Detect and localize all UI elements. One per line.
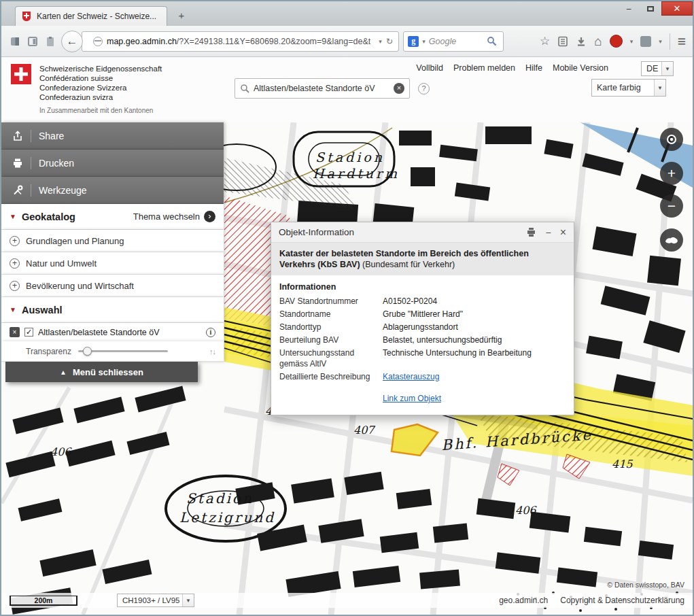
adblock-caret-icon[interactable]: ▾ bbox=[630, 38, 634, 45]
search-icon bbox=[240, 84, 249, 93]
logo-line-1: Schweizerische Eidgenossenschaft bbox=[39, 64, 162, 73]
minimize-button[interactable]: – bbox=[618, 1, 640, 16]
close-button[interactable]: ✕ bbox=[661, 1, 693, 16]
expand-plus-icon[interactable]: + bbox=[10, 281, 20, 291]
zoom-to-extent-button[interactable] bbox=[660, 228, 683, 252]
addon-caret-icon[interactable]: ▾ bbox=[659, 38, 662, 45]
catalog-item-natur[interactable]: + Natur und Umwelt bbox=[1, 252, 224, 275]
url-bar[interactable]: map.geo.admin.ch/?X=249138.11&Y=680698.2… bbox=[82, 31, 399, 52]
geokatalog-expand-icon[interactable]: ▼ bbox=[10, 213, 16, 220]
geoadmin-link[interactable]: geo.admin.ch bbox=[499, 596, 548, 605]
map-search-field[interactable]: × bbox=[235, 78, 410, 99]
url-dropdown-icon[interactable]: ▾ bbox=[379, 38, 382, 45]
katasterauszug-link[interactable]: Katasterauszug bbox=[383, 371, 439, 382]
menu-icon[interactable]: ≡ bbox=[678, 33, 686, 50]
language-select[interactable]: DE ▼ bbox=[641, 61, 674, 76]
extension-icon-3[interactable] bbox=[44, 35, 57, 48]
link-vollbild[interactable]: Vollbild bbox=[416, 63, 443, 73]
clipboard-icon bbox=[45, 36, 56, 47]
popup-minimize-icon[interactable]: − bbox=[545, 227, 551, 238]
map-attribution[interactable]: © Daten swisstopo, BAV bbox=[607, 581, 684, 589]
sidebar-item-drucken[interactable]: Drucken bbox=[1, 150, 224, 177]
zoom-out-button[interactable]: − bbox=[660, 194, 683, 218]
link-problem-melden[interactable]: Problem melden bbox=[453, 63, 515, 73]
logo-line-4: Confederaziun svizra bbox=[39, 92, 162, 102]
projection-caret-icon: ▼ bbox=[182, 594, 194, 606]
map-label-406-right: 406 bbox=[515, 504, 537, 517]
search-go-icon[interactable] bbox=[487, 36, 497, 46]
zoom-in-button[interactable]: + bbox=[660, 162, 683, 185]
change-theme-link[interactable]: Thema wechseln › bbox=[133, 211, 215, 222]
projection-value: CH1903+ / LV95 bbox=[122, 596, 180, 604]
popup-section-title: Informationen bbox=[279, 282, 566, 292]
share-label: Share bbox=[39, 131, 64, 141]
home-icon[interactable]: ⌂ bbox=[594, 34, 602, 49]
reload-icon[interactable]: ↻ bbox=[386, 36, 393, 46]
maximize-button[interactable] bbox=[640, 1, 661, 16]
map-label-hardturm-1: Stadion bbox=[315, 150, 385, 165]
info-value: Grube "Mittlerer Hard" bbox=[383, 309, 463, 320]
titlebar[interactable]: Karten der Schweiz - Schweize... + – ✕ bbox=[1, 1, 693, 26]
sidebar-item-share[interactable]: Share bbox=[1, 122, 224, 150]
downloads-icon[interactable] bbox=[576, 36, 587, 47]
catalog-item-bevoelkerung[interactable]: + Bevölkerung und Wirtschaft bbox=[1, 275, 224, 297]
logo-block: Schweizerische Eidgenossenschaft Confédé… bbox=[11, 64, 162, 114]
clear-search-icon[interactable]: × bbox=[394, 83, 404, 94]
popup-close-icon[interactable]: × bbox=[560, 226, 566, 239]
projection-select[interactable]: CH1903+ / LV95 ▼ bbox=[117, 594, 194, 607]
navigation-toolbar: ← map.geo.admin.ch/?X=249138.11&Y=680698… bbox=[1, 26, 693, 57]
geokatalog-header[interactable]: ▼ Geokatalog Thema wechseln › bbox=[1, 204, 224, 230]
link-hilfe[interactable]: Hilfe bbox=[525, 63, 542, 73]
info-label: Beurteilung BAV bbox=[279, 335, 383, 345]
change-theme-arrow-icon: › bbox=[204, 211, 215, 222]
popup-print-icon[interactable] bbox=[526, 227, 536, 237]
map-label-letzigrund-1: Stadion bbox=[186, 490, 254, 507]
layer-info-icon[interactable]: i bbox=[206, 328, 215, 337]
sidebar-item-werkzeuge[interactable]: Werkzeuge bbox=[1, 177, 224, 204]
browser-tab[interactable]: Karten der Schweiz - Schweize... bbox=[15, 6, 167, 26]
catalog-item-grundlagen[interactable]: + Grundlagen und Planung bbox=[1, 230, 224, 252]
map-label-407: 407 bbox=[353, 424, 375, 437]
back-button[interactable]: ← bbox=[61, 31, 83, 52]
transparency-label: Transparenz bbox=[26, 347, 71, 356]
popup-header[interactable]: Objekt-Information − × bbox=[271, 222, 574, 243]
info-value: Technische Untersuchung in Bearbeitung bbox=[383, 347, 532, 369]
werkzeuge-label: Werkzeuge bbox=[39, 185, 87, 196]
map-search-input[interactable] bbox=[254, 84, 389, 93]
popup-source-banner: Kataster der belasteten Standorte im Ber… bbox=[271, 243, 574, 275]
bookmark-star-icon[interactable]: ☆ bbox=[540, 34, 550, 48]
search-engine-caret-icon[interactable]: ▾ bbox=[422, 38, 426, 45]
cooperation-note: In Zusammenarbeit mit den Kantonen bbox=[39, 107, 162, 114]
remove-layer-icon[interactable]: × bbox=[10, 327, 20, 337]
copyright-link[interactable]: Copyright & Datenschutzerklärung bbox=[560, 596, 684, 605]
new-tab-button[interactable]: + bbox=[173, 10, 190, 22]
search-help-icon[interactable]: ? bbox=[418, 83, 430, 95]
geolocate-button[interactable] bbox=[660, 128, 683, 151]
extension-icon-2[interactable] bbox=[26, 35, 39, 48]
browser-search-input[interactable] bbox=[429, 37, 483, 46]
bookmarks-panel-icon[interactable] bbox=[557, 36, 568, 47]
logo-line-3: Confederazione Svizzera bbox=[39, 83, 162, 92]
layer-reorder-icon[interactable]: ↑↓ bbox=[209, 347, 215, 356]
menu-divider bbox=[31, 130, 31, 142]
browser-search-bar[interactable]: g ▾ bbox=[403, 31, 504, 52]
map-style-select[interactable]: Karte farbig ▼ bbox=[591, 79, 666, 97]
transparency-slider[interactable] bbox=[78, 350, 168, 352]
auswahl-expand-icon[interactable]: ▼ bbox=[10, 306, 16, 313]
expand-plus-icon[interactable]: + bbox=[10, 236, 20, 246]
catalog-label: Natur und Umwelt bbox=[26, 258, 97, 269]
transparency-slider-knob[interactable] bbox=[83, 347, 92, 356]
adblock-icon[interactable] bbox=[610, 35, 623, 48]
auswahl-header[interactable]: ▼ Auswahl bbox=[1, 297, 224, 323]
link-zum-objekt[interactable]: Link zum Objekt bbox=[383, 394, 441, 403]
extension-icon-1[interactable] bbox=[8, 35, 22, 48]
url-domain: map.geo.admin.ch bbox=[107, 37, 177, 46]
layer-checkbox[interactable]: ✓ bbox=[24, 328, 33, 337]
addon-icon[interactable] bbox=[640, 36, 651, 47]
switzerland-icon bbox=[664, 235, 679, 245]
info-row-standortnummer: BAV Standortnummer A01502-P0204 bbox=[279, 296, 566, 307]
geolocate-icon bbox=[665, 133, 678, 146]
close-menu-button[interactable]: ▲ Menü schliessen bbox=[5, 362, 198, 382]
expand-plus-icon[interactable]: + bbox=[10, 258, 20, 269]
link-mobile-version[interactable]: Mobile Version bbox=[553, 63, 608, 73]
